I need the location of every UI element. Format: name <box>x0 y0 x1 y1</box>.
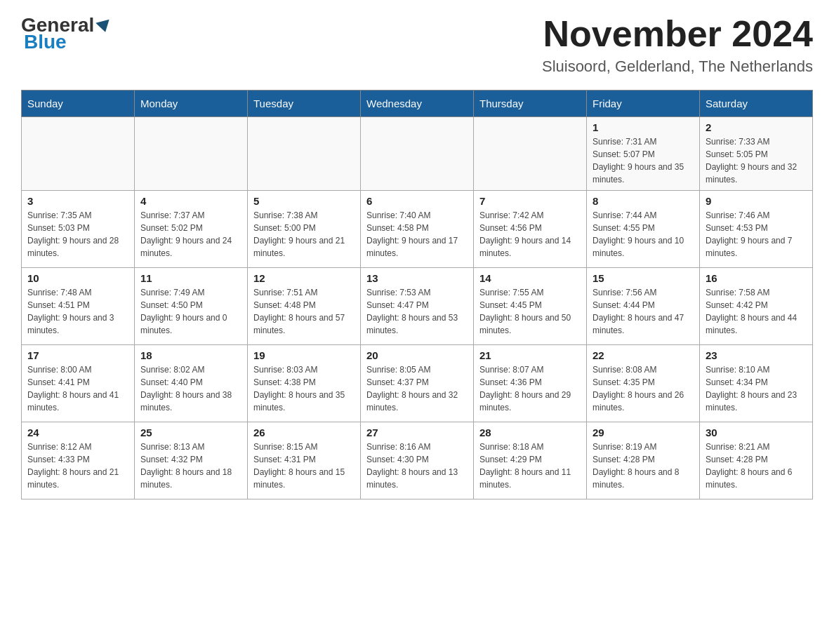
calendar-cell: 7Sunrise: 7:42 AMSunset: 4:56 PMDaylight… <box>474 191 587 268</box>
day-number: 3 <box>27 195 128 207</box>
calendar-cell: 4Sunrise: 7:37 AMSunset: 5:02 PMDaylight… <box>135 191 248 268</box>
day-info: Sunrise: 8:18 AMSunset: 4:29 PMDaylight:… <box>479 441 581 491</box>
calendar-cell: 14Sunrise: 7:55 AMSunset: 4:45 PMDayligh… <box>474 268 587 345</box>
day-number: 1 <box>593 121 694 133</box>
day-number: 17 <box>27 349 128 361</box>
calendar-cell <box>248 117 361 191</box>
page-header: General Blue November 2024 Sluisoord, Ge… <box>21 14 813 76</box>
calendar-week-5: 24Sunrise: 8:12 AMSunset: 4:33 PMDayligh… <box>22 422 813 499</box>
calendar-week-1: 1Sunrise: 7:31 AMSunset: 5:07 PMDaylight… <box>22 117 813 191</box>
day-info: Sunrise: 8:16 AMSunset: 4:30 PMDaylight:… <box>366 441 468 491</box>
day-info: Sunrise: 7:53 AMSunset: 4:47 PMDaylight:… <box>366 286 468 337</box>
day-info: Sunrise: 7:49 AMSunset: 4:50 PMDaylight:… <box>140 286 241 337</box>
day-number: 8 <box>593 195 694 207</box>
calendar-cell: 30Sunrise: 8:21 AMSunset: 4:28 PMDayligh… <box>700 422 813 499</box>
day-number: 30 <box>706 427 807 438</box>
logo-blue: Blue <box>21 31 67 53</box>
day-number: 7 <box>479 195 581 207</box>
day-info: Sunrise: 7:35 AMSunset: 5:03 PMDaylight:… <box>27 209 128 260</box>
day-number: 2 <box>706 121 807 133</box>
calendar-cell: 24Sunrise: 8:12 AMSunset: 4:33 PMDayligh… <box>22 422 135 499</box>
month-title: November 2024 <box>542 14 813 54</box>
calendar-cell: 21Sunrise: 8:07 AMSunset: 4:36 PMDayligh… <box>474 345 587 422</box>
day-number: 18 <box>140 349 241 361</box>
weekday-header-sunday: Sunday <box>22 90 135 117</box>
day-number: 9 <box>706 195 807 207</box>
calendar-table: SundayMondayTuesdayWednesdayThursdayFrid… <box>21 90 813 499</box>
day-number: 25 <box>140 427 241 438</box>
calendar-header-row: SundayMondayTuesdayWednesdayThursdayFrid… <box>22 90 813 117</box>
weekday-header-tuesday: Tuesday <box>248 90 361 117</box>
day-info: Sunrise: 8:10 AMSunset: 4:34 PMDaylight:… <box>706 363 807 414</box>
day-info: Sunrise: 8:12 AMSunset: 4:33 PMDaylight:… <box>27 441 128 491</box>
calendar-cell: 3Sunrise: 7:35 AMSunset: 5:03 PMDaylight… <box>22 191 135 268</box>
calendar-cell: 9Sunrise: 7:46 AMSunset: 4:53 PMDaylight… <box>700 191 813 268</box>
day-number: 28 <box>479 427 581 438</box>
day-info: Sunrise: 7:44 AMSunset: 4:55 PMDaylight:… <box>593 209 694 260</box>
calendar-cell: 16Sunrise: 7:58 AMSunset: 4:42 PMDayligh… <box>700 268 813 345</box>
day-number: 12 <box>253 272 355 284</box>
calendar-cell: 27Sunrise: 8:16 AMSunset: 4:30 PMDayligh… <box>361 422 474 499</box>
day-info: Sunrise: 8:00 AMSunset: 4:41 PMDaylight:… <box>27 363 128 414</box>
day-number: 24 <box>27 427 128 438</box>
calendar-cell: 22Sunrise: 8:08 AMSunset: 4:35 PMDayligh… <box>587 345 700 422</box>
day-info: Sunrise: 7:51 AMSunset: 4:48 PMDaylight:… <box>253 286 355 337</box>
day-info: Sunrise: 7:56 AMSunset: 4:44 PMDaylight:… <box>593 286 694 337</box>
calendar-week-4: 17Sunrise: 8:00 AMSunset: 4:41 PMDayligh… <box>22 345 813 422</box>
day-info: Sunrise: 8:13 AMSunset: 4:32 PMDaylight:… <box>140 441 241 491</box>
calendar-cell: 23Sunrise: 8:10 AMSunset: 4:34 PMDayligh… <box>700 345 813 422</box>
day-info: Sunrise: 7:58 AMSunset: 4:42 PMDaylight:… <box>706 286 807 337</box>
day-number: 20 <box>366 349 468 361</box>
calendar-cell <box>361 117 474 191</box>
day-number: 22 <box>593 349 694 361</box>
day-number: 4 <box>140 195 241 207</box>
day-number: 16 <box>706 272 807 284</box>
calendar-cell: 18Sunrise: 8:02 AMSunset: 4:40 PMDayligh… <box>135 345 248 422</box>
weekday-header-monday: Monday <box>135 90 248 117</box>
calendar-cell <box>135 117 248 191</box>
calendar-cell: 25Sunrise: 8:13 AMSunset: 4:32 PMDayligh… <box>135 422 248 499</box>
calendar-cell: 11Sunrise: 7:49 AMSunset: 4:50 PMDayligh… <box>135 268 248 345</box>
day-info: Sunrise: 7:46 AMSunset: 4:53 PMDaylight:… <box>706 209 807 260</box>
calendar-week-2: 3Sunrise: 7:35 AMSunset: 5:03 PMDaylight… <box>22 191 813 268</box>
calendar-cell: 29Sunrise: 8:19 AMSunset: 4:28 PMDayligh… <box>587 422 700 499</box>
title-section: November 2024 Sluisoord, Gelderland, The… <box>542 14 813 76</box>
calendar-cell: 26Sunrise: 8:15 AMSunset: 4:31 PMDayligh… <box>248 422 361 499</box>
day-number: 14 <box>479 272 581 284</box>
day-info: Sunrise: 7:48 AMSunset: 4:51 PMDaylight:… <box>27 286 128 337</box>
day-number: 23 <box>706 349 807 361</box>
logo: General Blue <box>21 14 111 53</box>
day-info: Sunrise: 7:40 AMSunset: 4:58 PMDaylight:… <box>366 209 468 260</box>
day-number: 27 <box>366 427 468 438</box>
weekday-header-thursday: Thursday <box>474 90 587 117</box>
calendar-cell: 17Sunrise: 8:00 AMSunset: 4:41 PMDayligh… <box>22 345 135 422</box>
calendar-cell: 10Sunrise: 7:48 AMSunset: 4:51 PMDayligh… <box>22 268 135 345</box>
day-info: Sunrise: 7:55 AMSunset: 4:45 PMDaylight:… <box>479 286 581 337</box>
day-number: 15 <box>593 272 694 284</box>
day-info: Sunrise: 8:19 AMSunset: 4:28 PMDaylight:… <box>593 441 694 491</box>
day-number: 10 <box>27 272 128 284</box>
day-number: 26 <box>253 427 355 438</box>
day-number: 19 <box>253 349 355 361</box>
day-info: Sunrise: 8:03 AMSunset: 4:38 PMDaylight:… <box>253 363 355 414</box>
calendar-cell: 5Sunrise: 7:38 AMSunset: 5:00 PMDaylight… <box>248 191 361 268</box>
day-number: 11 <box>140 272 241 284</box>
calendar-cell: 19Sunrise: 8:03 AMSunset: 4:38 PMDayligh… <box>248 345 361 422</box>
weekday-header-saturday: Saturday <box>700 90 813 117</box>
weekday-header-friday: Friday <box>587 90 700 117</box>
day-info: Sunrise: 7:33 AMSunset: 5:05 PMDaylight:… <box>706 135 807 186</box>
calendar-cell: 8Sunrise: 7:44 AMSunset: 4:55 PMDaylight… <box>587 191 700 268</box>
day-info: Sunrise: 8:02 AMSunset: 4:40 PMDaylight:… <box>140 363 241 414</box>
day-info: Sunrise: 7:37 AMSunset: 5:02 PMDaylight:… <box>140 209 241 260</box>
day-number: 21 <box>479 349 581 361</box>
day-info: Sunrise: 7:42 AMSunset: 4:56 PMDaylight:… <box>479 209 581 260</box>
weekday-header-wednesday: Wednesday <box>361 90 474 117</box>
day-number: 29 <box>593 427 694 438</box>
day-info: Sunrise: 7:31 AMSunset: 5:07 PMDaylight:… <box>593 135 694 186</box>
calendar-cell: 20Sunrise: 8:05 AMSunset: 4:37 PMDayligh… <box>361 345 474 422</box>
calendar-cell <box>474 117 587 191</box>
calendar-cell: 1Sunrise: 7:31 AMSunset: 5:07 PMDaylight… <box>587 117 700 191</box>
day-info: Sunrise: 8:21 AMSunset: 4:28 PMDaylight:… <box>706 441 807 491</box>
calendar-cell: 13Sunrise: 7:53 AMSunset: 4:47 PMDayligh… <box>361 268 474 345</box>
day-info: Sunrise: 8:15 AMSunset: 4:31 PMDaylight:… <box>253 441 355 491</box>
